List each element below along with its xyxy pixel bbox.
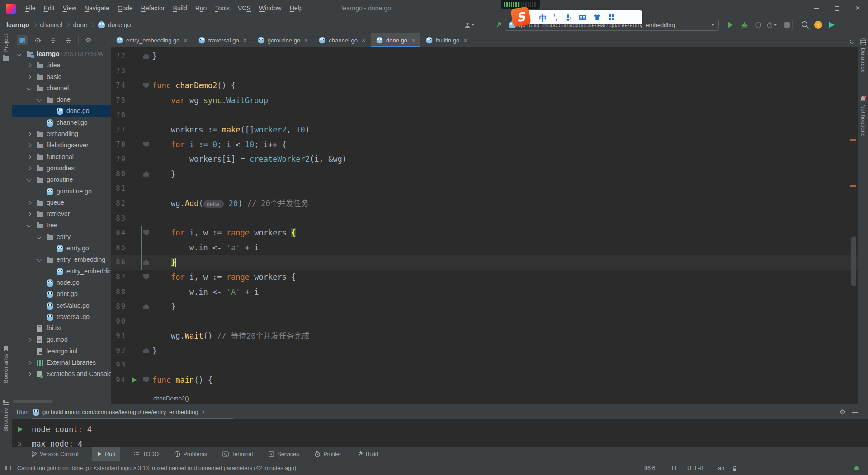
tool-button-profiler[interactable]: Profiler (312, 447, 343, 461)
line-number[interactable]: 84 (111, 226, 126, 240)
line-number[interactable]: 76 (111, 108, 126, 122)
locate-button[interactable] (32, 35, 43, 45)
tool-button-version-control[interactable]: Version Control (29, 447, 80, 461)
chevron-right-icon[interactable] (27, 132, 32, 136)
ime-status-dot[interactable] (854, 466, 859, 470)
update-available-button[interactable]: ↑ (812, 17, 824, 33)
tab-goroutine.go[interactable]: goroutine.go× (252, 33, 313, 47)
menu-run[interactable]: Run (191, 0, 211, 17)
line-number[interactable]: 90 (111, 314, 126, 329)
line-number[interactable]: 80 (111, 167, 126, 182)
tab-entry_embedding.go[interactable]: entry_embedding.go× (111, 33, 193, 47)
tree-item-entry_embedding[interactable]: entry_embedding (12, 254, 111, 265)
tool-button-problems[interactable]: Problems (172, 447, 209, 461)
microphone-icon[interactable] (565, 14, 571, 21)
fold-marker-icon[interactable] (143, 142, 149, 147)
fold-marker-icon[interactable] (143, 230, 149, 235)
line-number[interactable]: 92 (111, 343, 126, 358)
tree-item-setvalue.go[interactable]: setValue.go (12, 300, 111, 311)
line-number[interactable]: 79 (111, 152, 126, 167)
punctuation-icon[interactable]: ’, (553, 14, 557, 22)
tree-item-channel[interactable]: channel (12, 83, 111, 94)
menu-refactor[interactable]: Refactor (137, 0, 169, 17)
line-number[interactable]: 72 (111, 49, 126, 64)
tree-item-entry[interactable]: entry (12, 231, 111, 243)
code-editor[interactable]: 72}7374func chanDemo2() {75 var wg sync.… (111, 47, 858, 392)
hide-icon[interactable]: — (852, 409, 858, 415)
toolbox-icon[interactable] (608, 14, 615, 21)
tree-item-scratches-and-consoles[interactable]: Scratches and Consoles (12, 368, 111, 380)
chevron-right-icon[interactable] (27, 372, 32, 376)
tree-item-enrty.go[interactable]: enrty.go (12, 243, 111, 254)
fold-marker-icon[interactable] (143, 171, 149, 177)
sogou-logo-icon[interactable]: S (510, 6, 531, 27)
line-separator[interactable]: LF (672, 461, 679, 475)
close-icon[interactable]: × (463, 37, 467, 44)
fold-marker-icon[interactable] (143, 304, 149, 309)
menu-help[interactable]: Help (286, 0, 307, 17)
tree-item-queue[interactable]: queue (12, 197, 111, 208)
indent-style[interactable]: Tab (715, 461, 724, 475)
chevron-right-icon[interactable] (27, 75, 32, 79)
tree-item-done[interactable]: done (12, 94, 111, 105)
line-number[interactable]: 83 (111, 211, 126, 226)
tree-item-fbi.txt[interactable]: fbi.txt (12, 323, 111, 334)
line-number[interactable]: 81 (111, 181, 126, 196)
menu-vcs[interactable]: VCS (234, 0, 255, 17)
tree-item-tree[interactable]: tree (12, 220, 111, 231)
tab-channel.go[interactable]: channel.go× (313, 33, 371, 47)
breadcrumb-item[interactable]: channel (40, 21, 62, 28)
menu-file[interactable]: File (21, 0, 40, 17)
stripe-warning-mark[interactable] (850, 185, 856, 187)
menu-navigate[interactable]: Navigate (80, 0, 113, 17)
tree-item-goroutine.go[interactable]: goroutine.go (12, 186, 111, 197)
select-opened-file-button[interactable] (17, 35, 28, 45)
chevron-down-icon[interactable] (37, 258, 42, 262)
breadcrumb-item[interactable]: done (73, 21, 87, 28)
chevron-down-icon[interactable] (37, 235, 42, 239)
chevron-down-icon[interactable] (27, 178, 32, 182)
fold-marker-icon[interactable] (143, 348, 149, 353)
editor-vscrollbar[interactable] (851, 236, 856, 286)
tree-item-channel.go[interactable]: channel.go (12, 117, 111, 128)
tool-window-toggle-icon[interactable] (5, 466, 11, 470)
tree-item-learngo.iml[interactable]: learngo.iml (12, 346, 111, 357)
tool-button-todo[interactable]: TODO (132, 447, 160, 461)
tree-item-.idea[interactable]: .idea (12, 60, 111, 71)
chevron-right-icon[interactable] (27, 143, 32, 148)
line-number[interactable]: 77 (111, 122, 126, 137)
tool-tab-project[interactable]: Project (0, 34, 12, 61)
run-with-coverage-button[interactable] (752, 17, 764, 33)
file-encoding[interactable]: UTF-8 (687, 461, 703, 475)
profile-button[interactable] (766, 17, 778, 33)
context-function[interactable]: chanDemo2() (153, 395, 189, 402)
tree-item-external-libraries[interactable]: External Libraries (12, 357, 111, 368)
project-hscrollbar[interactable] (13, 400, 53, 403)
caret-position[interactable]: 86:6 (644, 461, 655, 475)
tree-item-node.go[interactable]: node.go (12, 277, 111, 288)
chevron-right-icon[interactable] (27, 338, 32, 342)
close-icon[interactable]: × (362, 37, 365, 44)
line-number[interactable]: 91 (111, 329, 126, 343)
chevron-right-icon[interactable] (27, 200, 32, 205)
chevron-down-icon[interactable] (27, 86, 32, 90)
line-number[interactable]: 87 (111, 270, 126, 285)
build-hammer-button[interactable] (493, 17, 505, 33)
line-number[interactable]: 73 (111, 64, 126, 79)
tree-item-filelistingserver[interactable]: filelistingserver (12, 140, 111, 151)
run-button[interactable] (724, 17, 736, 33)
skin-icon[interactable] (594, 14, 601, 21)
tree-item-gomodtest[interactable]: gomodtest (12, 163, 111, 174)
tree-item-traversal.go[interactable]: traversal.go (12, 311, 111, 323)
expand-all-button[interactable] (47, 35, 58, 45)
line-number[interactable]: 94 (111, 373, 126, 388)
chevron-right-icon[interactable] (27, 361, 32, 365)
breadcrumb-item[interactable]: learngo (6, 21, 29, 28)
line-number[interactable]: 82 (111, 196, 126, 211)
line-number[interactable]: 75 (111, 93, 126, 108)
hide-panel-button[interactable]: — (99, 35, 109, 45)
inspection-ok-icon[interactable]: ✓ (850, 38, 856, 47)
menu-build[interactable]: Build (169, 0, 191, 17)
user-button[interactable] (463, 17, 475, 33)
tree-item-basic[interactable]: basic (12, 71, 111, 83)
